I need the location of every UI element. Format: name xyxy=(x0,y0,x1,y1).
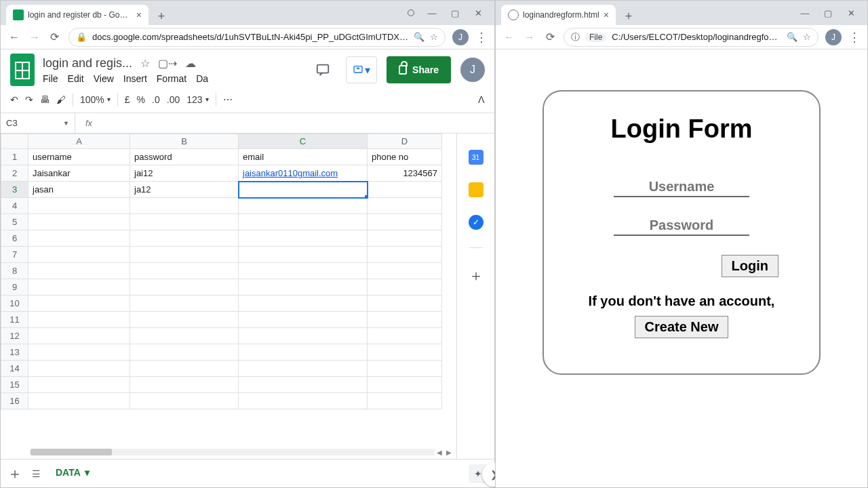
forward-button[interactable]: → xyxy=(28,30,41,44)
cell[interactable] xyxy=(239,328,368,344)
browser-tab-active[interactable]: loginandregform.html × xyxy=(501,5,616,25)
cell[interactable] xyxy=(368,312,442,328)
cell[interactable] xyxy=(130,361,239,377)
cell[interactable] xyxy=(28,393,130,409)
close-window-button[interactable]: ✕ xyxy=(473,8,484,18)
cell[interactable] xyxy=(28,328,130,344)
cell[interactable] xyxy=(239,312,368,328)
username-input[interactable] xyxy=(614,178,749,197)
menu-insert[interactable]: Insert xyxy=(123,73,147,84)
cell[interactable] xyxy=(239,198,368,214)
cell[interactable] xyxy=(368,328,442,344)
cell[interactable] xyxy=(28,344,130,361)
menu-data[interactable]: Da xyxy=(196,73,208,84)
move-icon[interactable]: ▢⇢ xyxy=(158,57,177,70)
cell[interactable]: 1234567 xyxy=(368,165,442,182)
password-input[interactable] xyxy=(614,216,749,236)
cell[interactable]: Jaisankar xyxy=(28,165,130,182)
cell[interactable] xyxy=(239,247,368,263)
cell[interactable] xyxy=(28,377,130,393)
profile-avatar[interactable]: J xyxy=(825,29,842,45)
row-header[interactable]: 11 xyxy=(1,312,28,328)
row-header[interactable]: 9 xyxy=(1,279,28,296)
comments-icon[interactable] xyxy=(309,56,336,83)
cell[interactable] xyxy=(239,230,368,247)
horizontal-scrollbar[interactable]: ◀◀▶ xyxy=(28,448,454,456)
increase-decimal-button[interactable]: .00 xyxy=(167,94,180,105)
cell[interactable] xyxy=(28,312,130,328)
back-button[interactable]: ← xyxy=(7,30,21,44)
row-header[interactable]: 1 xyxy=(1,149,28,165)
cell[interactable] xyxy=(368,361,442,377)
cell[interactable]: jasan xyxy=(28,182,130,198)
maximize-button[interactable]: ▢ xyxy=(450,8,460,18)
cell[interactable] xyxy=(368,344,442,361)
cell[interactable]: username xyxy=(28,149,130,165)
column-header[interactable]: C xyxy=(239,134,368,149)
cell[interactable] xyxy=(239,393,368,409)
tasks-icon[interactable] xyxy=(469,215,484,230)
cell[interactable] xyxy=(368,230,442,247)
column-header[interactable]: B xyxy=(130,134,239,149)
cell[interactable] xyxy=(130,328,239,344)
create-account-button[interactable]: Create New xyxy=(635,316,729,338)
cell[interactable] xyxy=(130,393,239,409)
row-header[interactable]: 4 xyxy=(1,198,28,214)
menu-file[interactable]: File xyxy=(43,73,58,84)
sheets-logo-icon[interactable] xyxy=(10,54,35,86)
cell[interactable] xyxy=(130,344,239,361)
row-header[interactable]: 3 xyxy=(1,182,28,198)
cell[interactable] xyxy=(130,296,239,312)
close-window-button[interactable]: ✕ xyxy=(846,8,856,18)
login-button[interactable]: Login xyxy=(722,255,778,277)
cell[interactable]: ja12 xyxy=(130,182,239,198)
cell[interactable] xyxy=(239,377,368,393)
cell[interactable] xyxy=(28,296,130,312)
cell[interactable] xyxy=(130,263,239,279)
add-sheet-button[interactable]: ＋ xyxy=(7,464,22,484)
row-header[interactable]: 14 xyxy=(1,361,28,377)
chrome-menu-icon[interactable]: ⋮ xyxy=(475,30,488,45)
row-header[interactable]: 13 xyxy=(1,344,28,361)
cell[interactable] xyxy=(28,230,130,247)
addons-plus-icon[interactable]: ＋ xyxy=(469,266,484,286)
reload-button[interactable]: ⟳ xyxy=(543,30,557,44)
name-box[interactable]: C3 ▼ xyxy=(1,113,75,133)
cell[interactable] xyxy=(130,198,239,214)
bookmark-icon[interactable]: ☆ xyxy=(430,32,438,42)
minimize-button[interactable]: — xyxy=(800,8,810,18)
cell[interactable] xyxy=(368,198,442,214)
zoom-icon[interactable]: 🔍 xyxy=(787,32,797,42)
cell[interactable] xyxy=(28,279,130,296)
present-button[interactable]: ▾ xyxy=(346,56,377,83)
zoom-select[interactable]: 100%▾ xyxy=(80,94,111,105)
cell[interactable] xyxy=(28,263,130,279)
cell[interactable] xyxy=(239,279,368,296)
paint-format-icon[interactable]: 🖌 xyxy=(56,94,66,105)
keep-icon[interactable] xyxy=(469,182,484,197)
percent-button[interactable]: % xyxy=(137,94,145,105)
cell[interactable]: jaisankar0110gmail.com xyxy=(239,165,368,182)
new-tab-button[interactable]: + xyxy=(153,7,170,25)
cell[interactable] xyxy=(239,296,368,312)
share-button[interactable]: Share xyxy=(387,56,451,83)
row-header[interactable]: 2 xyxy=(1,165,28,182)
cell[interactable] xyxy=(239,214,368,230)
column-header[interactable]: D xyxy=(368,134,442,149)
address-bar[interactable]: ⓘ File C:/Users/ELCOT/Desktop/loginandre… xyxy=(564,28,818,47)
row-header[interactable]: 5 xyxy=(1,214,28,230)
number-format-select[interactable]: 123▾ xyxy=(186,94,208,105)
row-header[interactable]: 15 xyxy=(1,377,28,393)
cell[interactable] xyxy=(368,279,442,296)
cell[interactable] xyxy=(130,312,239,328)
cell[interactable] xyxy=(28,198,130,214)
menu-view[interactable]: View xyxy=(94,73,114,84)
redo-icon[interactable]: ↷ xyxy=(25,94,33,105)
all-sheets-button[interactable]: ☰ xyxy=(32,468,41,479)
cell[interactable] xyxy=(28,361,130,377)
cloud-status-icon[interactable]: ☁ xyxy=(185,57,196,70)
toolbar-overflow-icon[interactable]: ⋯ xyxy=(223,94,234,105)
row-header[interactable]: 16 xyxy=(1,393,28,409)
cell[interactable] xyxy=(368,182,442,198)
menu-edit[interactable]: Edit xyxy=(68,73,84,84)
